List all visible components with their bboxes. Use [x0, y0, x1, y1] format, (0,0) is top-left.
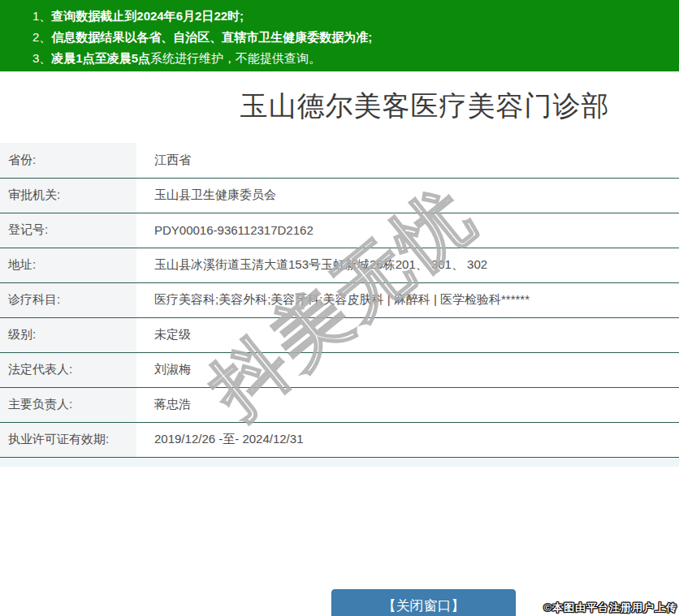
row-label: 审批机关:	[0, 178, 136, 213]
notice-line-3: 3、凌晨1点至凌晨5点系统进行维护，不能提供查询。	[32, 48, 671, 69]
row-label: 登记号:	[0, 213, 136, 248]
notice-text-rest: 系统进行维护，不能提供查询。	[150, 51, 321, 65]
row-label: 级别:	[0, 317, 136, 352]
row-label: 执业许可证有效期:	[0, 422, 136, 457]
notice-line-1: 1、查询数据截止到2024年6月2日22时;	[32, 6, 671, 27]
notice-text-strong: 查询数据截止到2024年6月2日22时;	[51, 9, 244, 23]
row-value: 未定级	[136, 317, 679, 352]
page-title: 玉山德尔美客医疗美容门诊部	[0, 71, 679, 123]
notice-number: 2、	[32, 30, 51, 44]
notice-text-strong: 凌晨1点至凌晨5点	[51, 51, 150, 65]
row-value: 刘淑梅	[136, 352, 679, 387]
table-row: 省份: 江西省	[0, 143, 679, 178]
table-bottom-strip	[0, 458, 679, 467]
table-row: 诊疗科目: 医疗美容科;美容外科;美容牙科;美容皮肤科 | 麻醉科 | 医学检验…	[0, 282, 679, 317]
row-label: 省份:	[0, 143, 136, 178]
table-row: 审批机关: 玉山县卫生健康委员会	[0, 178, 679, 213]
uploader-credit-watermark: ©本图由平台注册用户上传	[543, 601, 677, 615]
row-label: 主要负责人:	[0, 387, 136, 422]
clinic-license-page: 1、查询数据截止到2024年6月2日22时; 2、信息数据结果以各省、自治区、直…	[0, 0, 679, 616]
notice-number: 1、	[32, 9, 51, 23]
notice-number: 3、	[32, 51, 51, 65]
row-value: PDY00016-936112317D2162	[136, 213, 679, 248]
table-row: 级别: 未定级	[0, 317, 679, 352]
row-value: 玉山县卫生健康委员会	[136, 178, 679, 213]
table-row: 法定代表人: 刘淑梅	[0, 352, 679, 387]
row-value: 医疗美容科;美容外科;美容牙科;美容皮肤科 | 麻醉科 | 医学检验科*****…	[136, 282, 679, 317]
notice-line-2: 2、信息数据结果以各省、自治区、直辖市卫生健康委数据为准;	[32, 27, 671, 48]
table-row: 主要负责人: 蒋忠浩	[0, 387, 679, 422]
notice-text-strong: 信息数据结果以各省、自治区、直辖市卫生健康委数据为准;	[51, 30, 372, 44]
row-value: 玉山县冰溪街道玉清大道153号玉虹新城26栋201、 301、 302	[136, 248, 679, 282]
row-label: 地址:	[0, 248, 136, 282]
notice-bar: 1、查询数据截止到2024年6月2日22时; 2、信息数据结果以各省、自治区、直…	[0, 0, 679, 71]
row-value: 蒋忠浩	[136, 387, 679, 422]
table-row: 地址: 玉山县冰溪街道玉清大道153号玉虹新城26栋201、 301、 302	[0, 248, 679, 282]
table-row: 登记号: PDY00016-936112317D2162	[0, 213, 679, 248]
row-label: 诊疗科目:	[0, 282, 136, 317]
clinic-info-table: 省份: 江西省 审批机关: 玉山县卫生健康委员会 登记号: PDY00016-9…	[0, 143, 679, 458]
row-value: 2019/12/26 -至- 2024/12/31	[136, 422, 679, 457]
close-window-button[interactable]: 【关闭窗口】	[331, 589, 516, 616]
row-value: 江西省	[136, 143, 679, 178]
table-row: 执业许可证有效期: 2019/12/26 -至- 2024/12/31	[0, 422, 679, 457]
row-label: 法定代表人:	[0, 352, 136, 387]
